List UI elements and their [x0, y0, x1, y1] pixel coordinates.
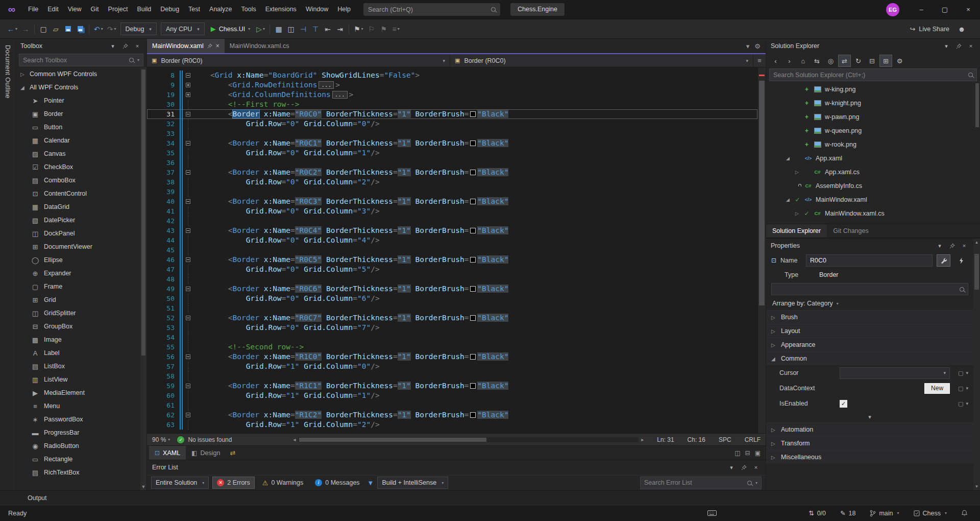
chevron-collapsed-icon[interactable]: ▷ — [794, 170, 800, 175]
outline-margin[interactable] — [184, 109, 192, 119]
device-preview-icon[interactable]: ◫ — [285, 22, 297, 36]
messages-filter-button[interactable]: i 0 Messages — [311, 477, 363, 489]
collapse-region-icon[interactable] — [186, 199, 190, 204]
tab-document-outline[interactable]: Document Outline — [4, 39, 11, 490]
menu-edit[interactable]: Edit — [43, 0, 63, 19]
encoding-indicator[interactable]: SPC — [719, 436, 731, 443]
code-line-32[interactable]: 32 Grid.Row="0" Grid.Column="0"/> — [147, 119, 757, 129]
outline-margin[interactable] — [184, 70, 192, 80]
code-line-58[interactable]: 58 — [147, 371, 757, 381]
code-editor[interactable]: 8 <Grid x:Name="BoardGrid" ShowGridLines… — [147, 67, 766, 433]
wrench-icon[interactable] — [937, 254, 950, 267]
breakpoint-margin[interactable] — [147, 158, 157, 168]
expand-region-icon[interactable] — [186, 83, 190, 87]
toolbox-section-common-wpf-controls[interactable]: ▷Common WPF Controls — [16, 67, 146, 81]
bookmark-window-icon[interactable]: ≡▾ — [390, 22, 402, 36]
isenabled-checkbox[interactable]: ✓ — [840, 400, 847, 408]
menu-view[interactable]: View — [63, 0, 86, 19]
breakpoint-margin[interactable] — [147, 381, 157, 391]
forward-icon[interactable]: › — [783, 55, 796, 67]
outline-margin[interactable] — [184, 226, 192, 235]
code-line-19[interactable]: 19 <Grid.ColumnDefinitions...> — [147, 90, 757, 100]
menu-analyze[interactable]: Analyze — [205, 0, 236, 19]
breakpoint-margin[interactable] — [147, 265, 157, 274]
tree-item-mainwindow-xaml-cs[interactable]: ▷✓C#MainWindow.xaml.cs — [766, 206, 980, 220]
repository-picker[interactable]: Chess▾ — [914, 510, 947, 517]
warnings-filter-button[interactable]: ⚠ 0 Warnings — [258, 477, 307, 489]
breakpoint-margin[interactable] — [147, 226, 157, 235]
code-line-54[interactable]: 54 — [147, 333, 757, 342]
code-line-51[interactable]: 51 — [147, 303, 757, 313]
collapse-region-icon[interactable] — [186, 141, 190, 146]
next-bookmark-icon[interactable]: ⚑ — [378, 22, 390, 36]
tree-item-app-xaml-cs[interactable]: ▷C#App.xaml.cs — [766, 165, 980, 179]
code-line-40[interactable]: 40 <Border x:Name="R0C3" BorderThickness… — [147, 197, 757, 206]
save-icon[interactable] — [62, 22, 74, 36]
breakpoint-margin[interactable] — [147, 400, 157, 410]
redo-icon[interactable]: ↷▾ — [105, 22, 118, 36]
show-grid-icon[interactable]: ▦ — [273, 22, 285, 36]
outline-margin[interactable] — [184, 80, 192, 90]
breakpoint-margin[interactable] — [147, 138, 157, 148]
breakpoint-margin[interactable] — [147, 80, 157, 90]
pin-icon[interactable] — [954, 41, 963, 51]
toggle-bookmark-icon[interactable]: ⚑▾ — [352, 22, 365, 36]
collapse-region-icon[interactable] — [186, 384, 190, 388]
breakpoint-margin[interactable] — [147, 371, 157, 381]
vertical-split-icon[interactable]: ◫ — [734, 449, 740, 457]
code-line-30[interactable]: 30 <!--First row--> — [147, 100, 757, 109]
tab-design[interactable]: ◧ Design — [186, 446, 226, 460]
breakpoint-margin[interactable] — [147, 148, 157, 158]
collapse-region-icon[interactable] — [186, 112, 190, 116]
pin-icon[interactable] — [120, 41, 130, 51]
code-line-53[interactable]: 53 Grid.Row="0" Grid.Column="7"/> — [147, 323, 757, 333]
toolbox-search-input[interactable]: Search Toolbox ▾ — [19, 54, 143, 66]
code-line-45[interactable]: 45 — [147, 245, 757, 255]
toolbox-item-canvas[interactable]: ▨Canvas — [16, 147, 146, 160]
outline-margin[interactable] — [184, 410, 192, 420]
toolbox-item-documentviewer[interactable]: ⊞DocumentViewer — [16, 240, 146, 253]
new-project-icon[interactable]: ▢ — [37, 22, 50, 36]
outline-margin[interactable] — [184, 313, 192, 323]
collapse-region-icon[interactable] — [186, 354, 190, 359]
code-line-41[interactable]: 41 Grid.Row="0" Grid.Column="3"/> — [147, 206, 757, 216]
code-line-43[interactable]: 43 <Border x:Name="R0C4" BorderThickness… — [147, 226, 757, 235]
error-source-combo[interactable]: Build + IntelliSense▾ — [377, 477, 448, 489]
toolbox-item-ellipse[interactable]: ◯Ellipse — [16, 253, 146, 267]
toolbox-item-listbox[interactable]: ▤ListBox — [16, 360, 146, 373]
toolbox-item-passwordbox[interactable]: ∗PasswordBox — [16, 413, 146, 426]
breakpoint-margin[interactable] — [147, 90, 157, 100]
outline-margin[interactable] — [184, 119, 192, 129]
outline-margin[interactable] — [184, 138, 192, 148]
code-line-33[interactable]: 33 — [147, 129, 757, 138]
toolbox-item-contentcontrol[interactable]: ⊡ContentControl — [16, 187, 146, 200]
properties-search-input[interactable] — [771, 283, 968, 295]
solution-explorer-search-input[interactable]: Search Solution Explorer (Ctrl+;) — [769, 68, 977, 81]
minimize-button[interactable]: – — [910, 0, 933, 19]
outline-margin[interactable] — [184, 284, 192, 294]
scrollbar-thumb[interactable] — [759, 81, 765, 305]
errors-filter-button[interactable]: ✕ 2 Errors — [212, 477, 254, 489]
events-lightning-icon[interactable] — [954, 254, 968, 267]
outline-margin[interactable] — [184, 158, 192, 168]
swap-panes-icon[interactable]: ⇄ — [230, 449, 235, 457]
chevron-expanded-icon[interactable]: ◢ — [785, 197, 791, 202]
code-line-9[interactable]: 9 <Grid.RowDefinitions...> — [147, 80, 757, 90]
property-marker-icon[interactable]: ▢ — [958, 400, 963, 407]
split-view-button[interactable]: ≡ — [753, 54, 766, 67]
close-icon[interactable]: × — [751, 463, 761, 472]
code-line-36[interactable]: 36 — [147, 158, 757, 168]
previous-bookmark-icon[interactable]: ⚐ — [365, 22, 378, 36]
chevron-collapsed-icon[interactable]: ▷ — [794, 211, 800, 216]
close-icon[interactable]: × — [966, 41, 975, 51]
toolbox-item-gridsplitter[interactable]: ◫GridSplitter — [16, 306, 146, 320]
code-line-38[interactable]: 38 Grid.Row="0" Grid.Column="2"/> — [147, 177, 757, 187]
code-line-63[interactable]: 63 Grid.Row="1" Grid.Column="2"/> — [147, 420, 757, 430]
tree-item-assemblyinfo-cs[interactable]: C#AssemblyInfo.cs — [766, 179, 980, 193]
scroll-up-icon[interactable]: ▲ — [975, 240, 979, 245]
code-line-59[interactable]: 59 <Border x:Name="R1C1" BorderThickness… — [147, 381, 757, 391]
error-scope-combo[interactable]: Entire Solution▾ — [151, 477, 209, 489]
filter-icon[interactable]: ▼ — [368, 479, 374, 487]
collapse-region-icon[interactable] — [186, 228, 190, 233]
collapse-region-icon[interactable] — [186, 287, 190, 291]
